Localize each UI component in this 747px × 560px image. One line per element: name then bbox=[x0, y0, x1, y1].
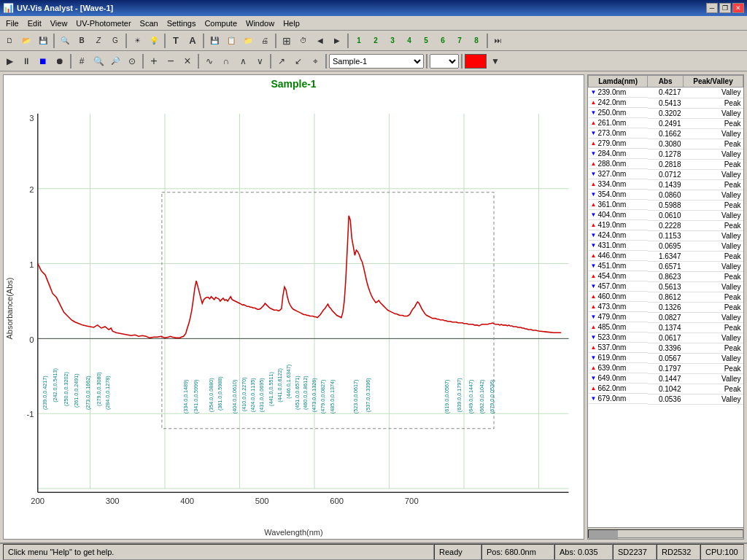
table-row[interactable]: ▲ 419.0nm 0.2228 Peak bbox=[589, 220, 743, 230]
hash-button[interactable]: # bbox=[74, 53, 90, 69]
table-row[interactable]: ▼ 619.0nm 0.0567 Valley bbox=[589, 353, 743, 363]
italic-button[interactable]: Z bbox=[90, 33, 107, 49]
cursor1-button[interactable]: ↗ bbox=[274, 53, 290, 69]
svg-text:-1: -1 bbox=[27, 410, 34, 419]
menu-scan[interactable]: Scan bbox=[136, 18, 163, 29]
zoom3-button[interactable]: ⊙ bbox=[124, 53, 140, 69]
wave1-button[interactable]: ∿ bbox=[201, 53, 217, 69]
folder-button[interactable]: 📁 bbox=[240, 33, 256, 49]
light-button[interactable]: ☀ bbox=[129, 33, 145, 49]
cursor2-button[interactable]: ↙ bbox=[290, 53, 306, 69]
table-row[interactable]: ▲ 537.0nm 0.3396 Peak bbox=[589, 343, 743, 353]
format-button[interactable]: G bbox=[107, 33, 123, 49]
menu-file[interactable]: File bbox=[1, 18, 23, 29]
table-row[interactable]: ▼ 649.0nm 0.1447 Valley bbox=[589, 373, 743, 384]
ch7-button[interactable]: 7 bbox=[452, 33, 468, 49]
table-row[interactable]: ▲ 261.0nm 0.2491 Peak bbox=[589, 118, 743, 128]
search-button[interactable]: 🔍 bbox=[57, 33, 73, 49]
table-row[interactable]: ▼ 679.0nm 0.0536 Valley bbox=[589, 394, 743, 404]
wave4-button[interactable]: ∨ bbox=[252, 53, 268, 69]
table-row[interactable]: ▲ 361.0nm 0.5988 Peak bbox=[589, 200, 743, 210]
table-row[interactable]: ▲ 639.0nm 0.1797 Peak bbox=[589, 363, 743, 373]
plus-button[interactable]: + bbox=[146, 53, 162, 69]
ch2-button[interactable]: 2 bbox=[368, 33, 384, 49]
chart-inner[interactable]: 2 1 0 -1 3 200 300 400 500 600 700 bbox=[15, 91, 584, 526]
ch3-button[interactable]: 3 bbox=[384, 33, 400, 49]
table-row[interactable]: ▼ 284.0nm 0.1278 Valley bbox=[589, 149, 743, 159]
table-row[interactable]: ▲ 288.0nm 0.2818 Peak bbox=[589, 159, 743, 169]
save-button[interactable]: 💾 bbox=[35, 33, 51, 49]
minimize-button[interactable]: ─ bbox=[706, 3, 718, 13]
grid-button[interactable]: ⊞ bbox=[279, 33, 295, 49]
table-row[interactable]: ▲ 279.0nm 0.3080 Peak bbox=[589, 139, 743, 149]
saveas-button[interactable]: 💾 bbox=[206, 33, 222, 49]
table-row[interactable]: ▲ 242.0nm 0.5413 Peak bbox=[589, 98, 743, 108]
ch6-button[interactable]: 6 bbox=[435, 33, 451, 49]
table-row[interactable]: ▼ 273.0nm 0.1662 Valley bbox=[589, 128, 743, 139]
menu-settings[interactable]: Settings bbox=[163, 18, 201, 29]
cursor3-button[interactable]: ⌖ bbox=[307, 53, 323, 69]
timer-button[interactable]: ⏱ bbox=[295, 33, 311, 49]
sep4 bbox=[203, 34, 204, 48]
nav-left-button[interactable]: ◀ bbox=[312, 33, 328, 49]
forward-button[interactable]: ⏭ bbox=[490, 33, 506, 49]
play-button[interactable]: ▶ bbox=[1, 53, 18, 69]
new-button[interactable]: 🗋 bbox=[1, 33, 18, 49]
ch8-button[interactable]: 8 bbox=[468, 33, 484, 49]
menu-edit[interactable]: Edit bbox=[23, 18, 46, 29]
ch1-button[interactable]: 1 bbox=[351, 33, 367, 49]
window-controls[interactable]: ─ ❐ ✕ bbox=[706, 3, 744, 13]
pos-status: Pos: 680.0nm bbox=[481, 544, 554, 560]
menu-help[interactable]: Help bbox=[279, 18, 304, 29]
right-scrollbar[interactable] bbox=[588, 527, 743, 539]
table-row[interactable]: ▲ 460.0nm 0.8612 Peak bbox=[589, 292, 743, 302]
zoom-out-button[interactable]: 🔎 bbox=[107, 53, 123, 69]
bold-button[interactable]: B bbox=[74, 33, 90, 49]
dark-button[interactable]: 💡 bbox=[146, 33, 162, 49]
table-row[interactable]: ▼ 451.0nm 0.6571 Valley bbox=[589, 261, 743, 271]
restore-button[interactable]: ❐ bbox=[719, 3, 731, 13]
zoom-in-button[interactable]: 🔍 bbox=[90, 53, 107, 69]
table-row[interactable]: ▼ 354.0nm 0.0860 Valley bbox=[589, 190, 743, 200]
table-row[interactable]: ▲ 334.0nm 0.1439 Peak bbox=[589, 179, 743, 190]
ch4-button[interactable]: 4 bbox=[401, 33, 417, 49]
table-row[interactable]: ▼ 479.0nm 0.0827 Valley bbox=[589, 312, 743, 322]
table-row[interactable]: ▲ 454.0nm 0.8623 Peak bbox=[589, 271, 743, 281]
pause-button[interactable]: ⏸ bbox=[18, 53, 34, 69]
table-row[interactable]: ▲ 662.0nm 0.1042 Peak bbox=[589, 384, 743, 394]
menu-view[interactable]: View bbox=[46, 18, 72, 29]
table-row[interactable]: ▼ 239.0nm 0.4217 Valley bbox=[589, 88, 743, 98]
copy-button[interactable]: 📋 bbox=[223, 33, 239, 49]
table-row[interactable]: ▼ 327.0nm 0.0712 Valley bbox=[589, 169, 743, 179]
color-dropdown[interactable]: ▼ bbox=[487, 53, 503, 69]
table-row[interactable]: ▲ 485.0nm 0.1374 Peak bbox=[589, 322, 743, 332]
print-button[interactable]: 🖨 bbox=[257, 33, 273, 49]
minus-button[interactable]: − bbox=[163, 53, 179, 69]
color-picker[interactable] bbox=[465, 54, 487, 69]
stop-button[interactable]: ⏹ bbox=[35, 53, 51, 69]
table-row[interactable]: ▼ 424.0nm 0.1153 Valley bbox=[589, 230, 743, 241]
open-button[interactable]: 📂 bbox=[18, 33, 34, 49]
table-row[interactable]: ▼ 523.0nm 0.0617 Valley bbox=[589, 332, 743, 343]
menu-compute[interactable]: Compute bbox=[200, 18, 241, 29]
cross-button[interactable]: × bbox=[179, 53, 196, 69]
menu-window[interactable]: Window bbox=[241, 18, 279, 29]
ch5-button[interactable]: 5 bbox=[418, 33, 434, 49]
record-button[interactable]: ⏺ bbox=[52, 53, 68, 69]
table-row[interactable]: ▲ 473.0nm 0.1326 Peak bbox=[589, 302, 743, 312]
wave3-button[interactable]: ∧ bbox=[235, 53, 251, 69]
text-t-button[interactable]: T bbox=[168, 33, 184, 49]
menu-uv-photometer[interactable]: UV-Photometer bbox=[71, 18, 135, 29]
close-button[interactable]: ✕ bbox=[732, 3, 744, 13]
table-row[interactable]: ▼ 250.0nm 0.3202 Valley bbox=[589, 108, 743, 118]
sample-select[interactable]: Sample-1 bbox=[329, 54, 424, 69]
table-row[interactable]: ▼ 457.0nm 0.5613 Valley bbox=[589, 281, 743, 292]
text-a-button[interactable]: A bbox=[185, 33, 201, 49]
table-scroll-area[interactable]: Lamda(nm) Abs Peak/Valley ▼ 239.0nm 0.42… bbox=[588, 75, 743, 527]
table-row[interactable]: ▼ 404.0nm 0.0610 Valley bbox=[589, 210, 743, 220]
table-row[interactable]: ▲ 446.0nm 1.6347 Peak bbox=[589, 251, 743, 261]
table-row[interactable]: ▼ 431.0nm 0.0695 Valley bbox=[589, 241, 743, 251]
nav-right-button[interactable]: ▶ bbox=[329, 33, 345, 49]
wave2-button[interactable]: ∩ bbox=[218, 53, 234, 69]
channel-select[interactable] bbox=[430, 54, 459, 69]
